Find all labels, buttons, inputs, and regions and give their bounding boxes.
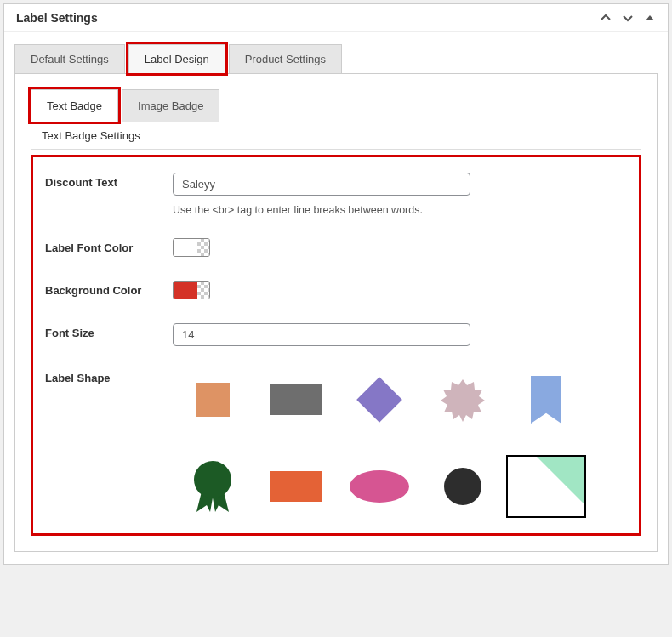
panel-header-controls bbox=[600, 12, 656, 24]
field-discount-text: Discount Text Use the <br> tag to enter … bbox=[45, 173, 627, 216]
inner-tabs: Text Badge Image Badge bbox=[31, 89, 641, 122]
rectangle-2-icon bbox=[270, 471, 322, 502]
control-discount-text: Use the <br> tag to enter line breaks be… bbox=[173, 173, 627, 216]
svg-marker-0 bbox=[441, 379, 485, 422]
field-background-color: Background Color bbox=[45, 281, 627, 301]
shape-rectangle-2[interactable] bbox=[256, 455, 336, 518]
shape-diamond[interactable] bbox=[339, 368, 419, 431]
panel-title: Label Settings bbox=[16, 11, 98, 25]
shape-rectangle[interactable] bbox=[256, 368, 336, 431]
label-font-color-label: Label Font Color bbox=[45, 238, 173, 259]
discount-text-help: Use the <br> tag to enter line breaks be… bbox=[173, 204, 627, 216]
chevron-up-icon[interactable] bbox=[600, 12, 612, 24]
diamond-icon bbox=[356, 377, 402, 423]
tab-product-settings[interactable]: Product Settings bbox=[229, 44, 342, 73]
label-shape-label: Label Shape bbox=[45, 368, 173, 518]
shape-square[interactable] bbox=[173, 368, 253, 431]
svg-point-3 bbox=[194, 461, 231, 498]
inner-tab-image-badge[interactable]: Image Badge bbox=[122, 89, 219, 122]
section-title: Text Badge Settings bbox=[31, 122, 641, 150]
inner-tab-text-badge[interactable]: Text Badge bbox=[31, 89, 118, 122]
ellipse-icon bbox=[350, 470, 409, 503]
label-discount-text: Discount Text bbox=[45, 173, 173, 216]
label-settings-panel: Label Settings Default Settings Label De… bbox=[3, 3, 669, 565]
label-font-size: Font Size bbox=[45, 323, 173, 346]
ribbon-icon bbox=[531, 376, 561, 424]
panel-header: Label Settings bbox=[4, 4, 668, 32]
control-font-size bbox=[173, 323, 627, 346]
background-color-picker[interactable] bbox=[173, 281, 210, 299]
background-color-swatch bbox=[174, 282, 197, 299]
shape-seal[interactable] bbox=[173, 455, 253, 518]
main-tabs: Default Settings Label Design Product Se… bbox=[4, 32, 668, 73]
field-label-shape: Label Shape bbox=[45, 368, 627, 518]
shapes-grid bbox=[173, 368, 627, 518]
seal-icon bbox=[191, 459, 234, 514]
circle-icon bbox=[444, 468, 481, 505]
label-background-color: Background Color bbox=[45, 281, 173, 301]
shape-starburst[interactable] bbox=[423, 368, 503, 431]
font-color-picker[interactable] bbox=[173, 238, 210, 257]
rectangle-icon bbox=[270, 384, 322, 415]
discount-text-input[interactable] bbox=[173, 173, 470, 196]
control-label-shape bbox=[173, 368, 627, 518]
shape-circle[interactable] bbox=[423, 455, 503, 518]
tab-default-settings[interactable]: Default Settings bbox=[14, 44, 125, 73]
control-background-color bbox=[173, 281, 627, 301]
triangle-icon bbox=[537, 457, 584, 504]
square-icon bbox=[196, 383, 230, 417]
text-badge-form: Discount Text Use the <br> tag to enter … bbox=[31, 155, 641, 536]
tab-label-design[interactable]: Label Design bbox=[128, 44, 225, 73]
transparency-checker-icon bbox=[197, 282, 209, 299]
starburst-icon bbox=[441, 378, 485, 422]
font-size-input[interactable] bbox=[173, 323, 470, 346]
field-font-size: Font Size bbox=[45, 323, 627, 346]
shape-triangle[interactable] bbox=[506, 455, 586, 518]
collapse-toggle-icon[interactable] bbox=[644, 12, 656, 24]
inner-panel: Text Badge Image Badge Text Badge Settin… bbox=[14, 73, 658, 552]
transparency-checker-icon bbox=[197, 239, 209, 256]
chevron-down-icon[interactable] bbox=[622, 12, 634, 24]
control-label-font-color bbox=[173, 238, 627, 259]
shape-ribbon[interactable] bbox=[506, 368, 586, 431]
font-color-swatch bbox=[174, 239, 197, 256]
shape-ellipse[interactable] bbox=[339, 455, 419, 518]
field-label-font-color: Label Font Color bbox=[45, 238, 627, 259]
